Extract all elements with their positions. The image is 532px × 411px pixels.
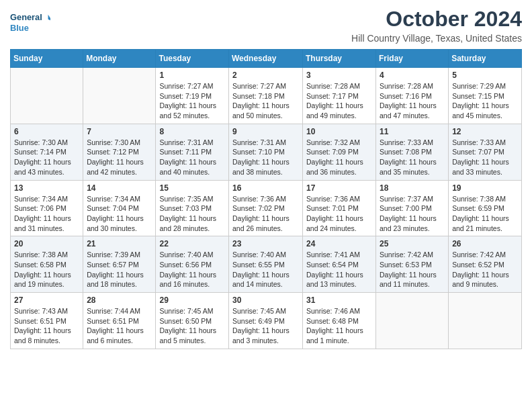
day-info: Sunrise: 7:39 AM Sunset: 6:57 PM Dayligh… bbox=[87, 250, 152, 289]
day-number: 28 bbox=[87, 295, 152, 305]
calendar-cell: 25Sunrise: 7:42 AM Sunset: 6:53 PM Dayli… bbox=[376, 236, 449, 293]
calendar-cell: 1Sunrise: 7:27 AM Sunset: 7:19 PM Daylig… bbox=[156, 68, 229, 124]
calendar-cell: 26Sunrise: 7:42 AM Sunset: 6:52 PM Dayli… bbox=[449, 236, 522, 293]
day-info: Sunrise: 7:28 AM Sunset: 7:17 PM Dayligh… bbox=[306, 81, 372, 121]
calendar-week-row: 20Sunrise: 7:38 AM Sunset: 6:58 PM Dayli… bbox=[11, 236, 522, 293]
day-info: Sunrise: 7:36 AM Sunset: 7:02 PM Dayligh… bbox=[232, 194, 299, 234]
day-number: 15 bbox=[159, 183, 225, 193]
calendar-cell: 14Sunrise: 7:34 AM Sunset: 7:04 PM Dayli… bbox=[83, 180, 156, 236]
day-number: 20 bbox=[14, 239, 79, 248]
weekday-header-sunday: Sunday bbox=[11, 50, 83, 68]
day-info: Sunrise: 7:29 AM Sunset: 7:15 PM Dayligh… bbox=[452, 81, 518, 121]
weekday-header-wednesday: Wednesday bbox=[229, 50, 303, 68]
day-info: Sunrise: 7:30 AM Sunset: 7:12 PM Dayligh… bbox=[87, 138, 152, 177]
day-info: Sunrise: 7:46 AM Sunset: 6:48 PM Dayligh… bbox=[306, 306, 372, 346]
day-number: 1 bbox=[159, 71, 225, 80]
day-info: Sunrise: 7:41 AM Sunset: 6:54 PM Dayligh… bbox=[306, 250, 372, 289]
month-title: October 2024 bbox=[351, 7, 522, 32]
day-number: 14 bbox=[87, 183, 152, 193]
weekday-header-row: SundayMondayTuesdayWednesdayThursdayFrid… bbox=[11, 50, 522, 68]
day-number: 17 bbox=[306, 183, 372, 193]
weekday-header-monday: Monday bbox=[83, 50, 156, 68]
day-info: Sunrise: 7:37 AM Sunset: 7:00 PM Dayligh… bbox=[380, 194, 445, 234]
title-block: October 2024 Hill Country Village, Texas… bbox=[351, 7, 522, 44]
svg-marker-2 bbox=[48, 15, 50, 21]
weekday-header-saturday: Saturday bbox=[449, 50, 522, 68]
calendar-week-row: 1Sunrise: 7:27 AM Sunset: 7:19 PM Daylig… bbox=[11, 68, 522, 124]
day-number: 10 bbox=[306, 127, 372, 136]
calendar-cell: 6Sunrise: 7:30 AM Sunset: 7:14 PM Daylig… bbox=[11, 124, 83, 180]
day-info: Sunrise: 7:40 AM Sunset: 6:56 PM Dayligh… bbox=[159, 250, 225, 289]
day-number: 4 bbox=[380, 71, 445, 80]
day-info: Sunrise: 7:31 AM Sunset: 7:11 PM Dayligh… bbox=[159, 138, 225, 177]
calendar-cell: 18Sunrise: 7:37 AM Sunset: 7:00 PM Dayli… bbox=[376, 180, 449, 236]
location: Hill Country Village, Texas, United Stat… bbox=[351, 33, 522, 44]
calendar-cell: 24Sunrise: 7:41 AM Sunset: 6:54 PM Dayli… bbox=[303, 236, 376, 293]
calendar-cell: 5Sunrise: 7:29 AM Sunset: 7:15 PM Daylig… bbox=[449, 68, 522, 124]
day-info: Sunrise: 7:35 AM Sunset: 7:03 PM Dayligh… bbox=[159, 194, 225, 234]
header: General Blue October 2024 Hill Country V… bbox=[10, 7, 522, 44]
day-info: Sunrise: 7:28 AM Sunset: 7:16 PM Dayligh… bbox=[380, 81, 445, 121]
day-info: Sunrise: 7:27 AM Sunset: 7:19 PM Dayligh… bbox=[159, 81, 225, 121]
day-number: 11 bbox=[380, 127, 445, 136]
day-number: 25 bbox=[380, 239, 445, 248]
logo: General Blue bbox=[10, 7, 50, 37]
calendar-cell: 9Sunrise: 7:31 AM Sunset: 7:10 PM Daylig… bbox=[229, 124, 303, 180]
calendar-cell bbox=[11, 68, 83, 124]
calendar-cell: 13Sunrise: 7:34 AM Sunset: 7:06 PM Dayli… bbox=[11, 180, 83, 236]
calendar-cell: 20Sunrise: 7:38 AM Sunset: 6:58 PM Dayli… bbox=[11, 236, 83, 293]
day-number: 13 bbox=[14, 183, 79, 193]
weekday-header-tuesday: Tuesday bbox=[156, 50, 229, 68]
calendar-cell: 12Sunrise: 7:33 AM Sunset: 7:07 PM Dayli… bbox=[449, 124, 522, 180]
day-info: Sunrise: 7:38 AM Sunset: 6:58 PM Dayligh… bbox=[14, 250, 79, 289]
day-number: 24 bbox=[306, 239, 372, 248]
day-info: Sunrise: 7:33 AM Sunset: 7:08 PM Dayligh… bbox=[380, 138, 445, 177]
day-info: Sunrise: 7:31 AM Sunset: 7:10 PM Dayligh… bbox=[232, 138, 299, 177]
day-info: Sunrise: 7:30 AM Sunset: 7:14 PM Dayligh… bbox=[14, 138, 79, 177]
calendar-cell bbox=[376, 293, 449, 349]
calendar-cell: 19Sunrise: 7:38 AM Sunset: 6:59 PM Dayli… bbox=[449, 180, 522, 236]
calendar-cell: 22Sunrise: 7:40 AM Sunset: 6:56 PM Dayli… bbox=[156, 236, 229, 293]
day-number: 31 bbox=[306, 295, 372, 305]
calendar-cell: 30Sunrise: 7:45 AM Sunset: 6:49 PM Dayli… bbox=[229, 293, 303, 349]
calendar-cell: 7Sunrise: 7:30 AM Sunset: 7:12 PM Daylig… bbox=[83, 124, 156, 180]
day-number: 27 bbox=[14, 295, 79, 305]
day-number: 5 bbox=[452, 71, 518, 80]
day-number: 8 bbox=[159, 127, 225, 136]
calendar-cell: 8Sunrise: 7:31 AM Sunset: 7:11 PM Daylig… bbox=[156, 124, 229, 180]
calendar-cell: 28Sunrise: 7:44 AM Sunset: 6:51 PM Dayli… bbox=[83, 293, 156, 349]
day-info: Sunrise: 7:45 AM Sunset: 6:50 PM Dayligh… bbox=[159, 306, 225, 346]
calendar-cell: 17Sunrise: 7:36 AM Sunset: 7:01 PM Dayli… bbox=[303, 180, 376, 236]
day-info: Sunrise: 7:34 AM Sunset: 7:06 PM Dayligh… bbox=[14, 194, 79, 234]
calendar-cell: 23Sunrise: 7:40 AM Sunset: 6:55 PM Dayli… bbox=[229, 236, 303, 293]
day-info: Sunrise: 7:42 AM Sunset: 6:53 PM Dayligh… bbox=[380, 250, 445, 289]
day-info: Sunrise: 7:33 AM Sunset: 7:07 PM Dayligh… bbox=[452, 138, 518, 177]
svg-text:General: General bbox=[10, 12, 42, 22]
day-info: Sunrise: 7:34 AM Sunset: 7:04 PM Dayligh… bbox=[87, 194, 152, 234]
calendar-table: SundayMondayTuesdayWednesdayThursdayFrid… bbox=[10, 49, 522, 349]
page-container: General Blue October 2024 Hill Country V… bbox=[0, 0, 532, 356]
day-number: 26 bbox=[452, 239, 518, 248]
day-number: 18 bbox=[380, 183, 445, 193]
svg-text:Blue: Blue bbox=[10, 23, 29, 33]
day-number: 29 bbox=[159, 295, 225, 305]
calendar-cell: 16Sunrise: 7:36 AM Sunset: 7:02 PM Dayli… bbox=[229, 180, 303, 236]
calendar-week-row: 13Sunrise: 7:34 AM Sunset: 7:06 PM Dayli… bbox=[11, 180, 522, 236]
calendar-cell: 31Sunrise: 7:46 AM Sunset: 6:48 PM Dayli… bbox=[303, 293, 376, 349]
calendar-cell: 4Sunrise: 7:28 AM Sunset: 7:16 PM Daylig… bbox=[376, 68, 449, 124]
day-info: Sunrise: 7:38 AM Sunset: 6:59 PM Dayligh… bbox=[452, 194, 518, 234]
day-number: 9 bbox=[232, 127, 299, 136]
day-number: 2 bbox=[232, 71, 299, 80]
calendar-cell: 10Sunrise: 7:32 AM Sunset: 7:09 PM Dayli… bbox=[303, 124, 376, 180]
day-info: Sunrise: 7:44 AM Sunset: 6:51 PM Dayligh… bbox=[87, 306, 152, 346]
calendar-week-row: 6Sunrise: 7:30 AM Sunset: 7:14 PM Daylig… bbox=[11, 124, 522, 180]
calendar-cell bbox=[449, 293, 522, 349]
calendar-cell: 21Sunrise: 7:39 AM Sunset: 6:57 PM Dayli… bbox=[83, 236, 156, 293]
day-number: 22 bbox=[159, 239, 225, 248]
calendar-cell: 2Sunrise: 7:27 AM Sunset: 7:18 PM Daylig… bbox=[229, 68, 303, 124]
day-number: 21 bbox=[87, 239, 152, 248]
calendar-cell: 3Sunrise: 7:28 AM Sunset: 7:17 PM Daylig… bbox=[303, 68, 376, 124]
day-info: Sunrise: 7:42 AM Sunset: 6:52 PM Dayligh… bbox=[452, 250, 518, 289]
day-info: Sunrise: 7:40 AM Sunset: 6:55 PM Dayligh… bbox=[232, 250, 299, 289]
day-info: Sunrise: 7:32 AM Sunset: 7:09 PM Dayligh… bbox=[306, 138, 372, 177]
